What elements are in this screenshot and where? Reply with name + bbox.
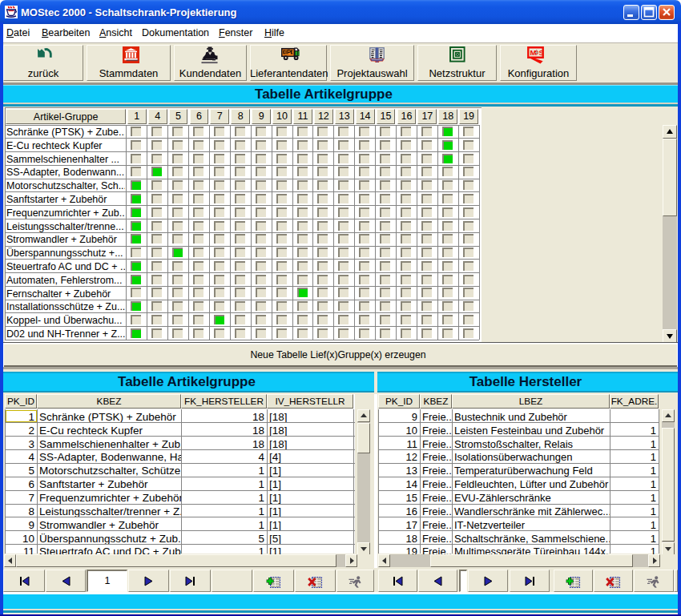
svg-text:S: S <box>538 48 543 57</box>
